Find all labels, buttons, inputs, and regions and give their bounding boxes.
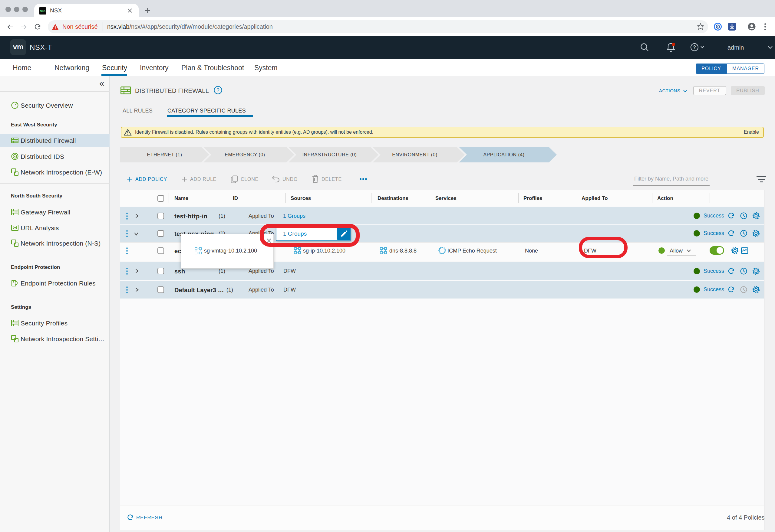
svg-text:?: ? xyxy=(693,44,696,50)
svg-text:?: ? xyxy=(217,87,219,93)
